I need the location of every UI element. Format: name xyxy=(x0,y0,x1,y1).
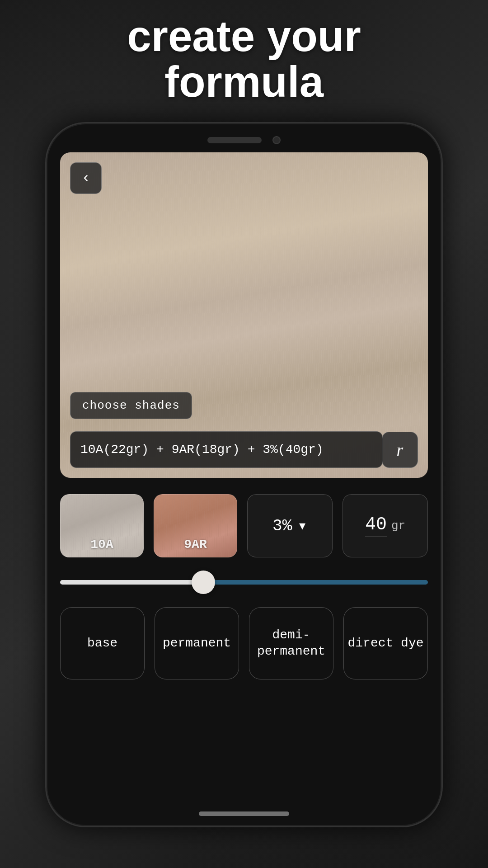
phone-top-bar xyxy=(47,123,441,152)
phone-frame: ‹ choose shades 10A(22gr) + 9AR(18gr) + … xyxy=(45,122,443,827)
mode-button-base[interactable]: base xyxy=(60,607,145,679)
title-line2: formula xyxy=(164,57,324,106)
mode-button-permanent[interactable]: permanent xyxy=(155,607,239,679)
slider-track xyxy=(60,580,428,585)
choose-shades-button[interactable]: choose shades xyxy=(70,392,192,419)
mode-base-label: base xyxy=(84,635,121,651)
page-title: create your formula xyxy=(0,14,488,105)
shade-9ar-label: 9AR xyxy=(154,538,237,552)
mode-permanent-label: permanent xyxy=(159,635,235,651)
slider-thumb[interactable] xyxy=(192,571,215,594)
shade-10a-label: 10A xyxy=(61,538,143,552)
r-badge-label: r xyxy=(397,440,404,460)
mode-button-direct-dye[interactable]: direct dye xyxy=(343,607,428,679)
chevron-down-icon: ▾ xyxy=(297,516,307,536)
shade-cards-row: 10A 9AR 3% ▾ 40 gr xyxy=(60,494,428,557)
slider-area[interactable] xyxy=(60,580,428,585)
choose-shades-label: choose shades xyxy=(82,399,180,412)
shade-card-10a[interactable]: 10A xyxy=(60,494,144,557)
grams-unit: gr xyxy=(391,519,405,533)
r-badge-button[interactable]: r xyxy=(382,432,418,468)
grams-value: 40 xyxy=(365,514,387,537)
formula-text: 10A(22gr) + 9AR(18gr) + 3%(40gr) xyxy=(80,443,324,457)
formula-box: 10A(22gr) + 9AR(18gr) + 3%(40gr) xyxy=(70,431,383,468)
mode-buttons-row: base permanent demi-permanent direct dye xyxy=(60,607,428,679)
home-bar xyxy=(199,811,289,816)
title-line1: create your xyxy=(127,12,361,60)
hair-image: ‹ choose shades 10A(22gr) + 9AR(18gr) + … xyxy=(60,152,428,478)
speaker xyxy=(207,137,262,143)
back-button[interactable]: ‹ xyxy=(70,162,102,194)
grams-selector[interactable]: 40 gr xyxy=(343,494,428,557)
back-icon: ‹ xyxy=(81,171,90,185)
camera-dot xyxy=(272,136,281,144)
shade-card-9ar[interactable]: 9AR xyxy=(154,494,237,557)
mode-direct-label: direct dye xyxy=(344,635,427,651)
mode-demi-label: demi-permanent xyxy=(249,627,333,660)
percent-value: 3% xyxy=(272,517,292,535)
mode-button-demi-permanent[interactable]: demi-permanent xyxy=(249,607,333,679)
percent-selector[interactable]: 3% ▾ xyxy=(247,494,333,557)
